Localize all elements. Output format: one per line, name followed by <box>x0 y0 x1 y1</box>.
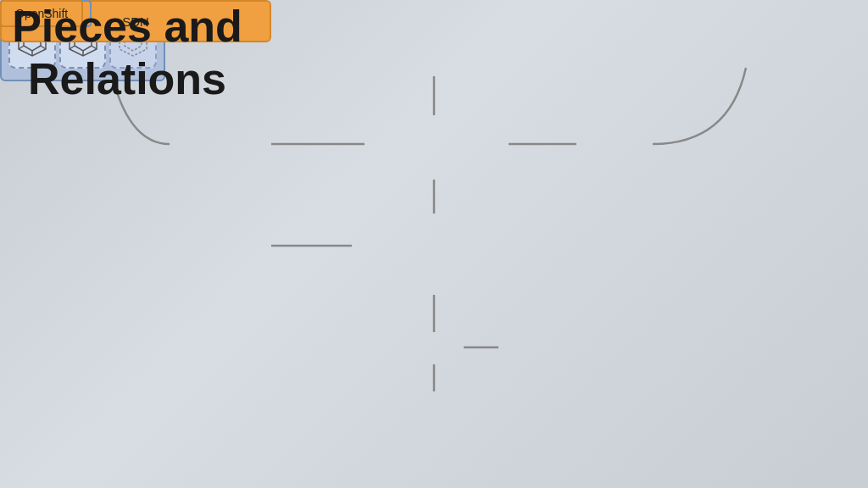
main-title: Pieces and Relations <box>0 0 254 106</box>
